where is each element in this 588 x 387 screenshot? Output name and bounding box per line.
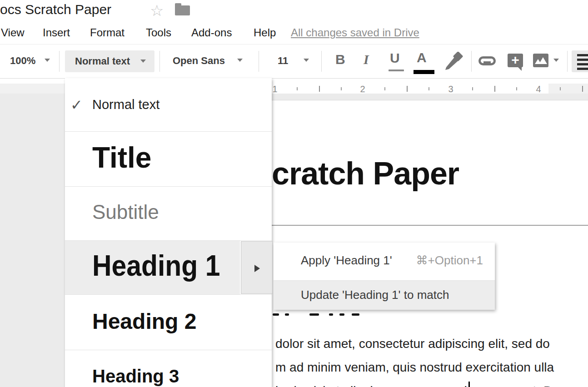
google-docs-window: ocs Scratch Paper ☆ View Insert Format T… — [0, 0, 588, 387]
heading1-submenu-arrow-button[interactable] — [241, 241, 273, 294]
paint-format-icon[interactable] — [444, 52, 464, 71]
text-color-button[interactable]: A — [417, 50, 427, 65]
menu-item-normal-text[interactable]: Normal text — [92, 97, 299, 112]
align-icon — [577, 54, 588, 56]
ruler-number: 4 — [536, 84, 541, 94]
font-size-select[interactable]: 11 — [278, 55, 288, 67]
font-chevron-down-icon[interactable] — [237, 59, 243, 62]
doc-text-line[interactable]: boris nisi ut aliquip ex ea commodo cons… — [275, 384, 553, 387]
ruler-tick — [560, 87, 561, 90]
ruler-page-area — [272, 84, 548, 94]
underline-bar — [389, 69, 404, 71]
ruler-number: 3 — [448, 84, 453, 94]
bold-button[interactable]: B — [335, 52, 345, 67]
menu-insert[interactable]: Insert — [43, 26, 70, 39]
paragraph-styles-menu: ✓ Normal text Title Subtitle Heading 1 H… — [65, 78, 272, 387]
zoom-chevron-down-icon[interactable] — [45, 59, 50, 62]
menu-divider — [65, 350, 272, 350]
menu-divider — [65, 186, 272, 187]
menu-item-title[interactable]: Title — [92, 141, 299, 174]
folder-icon[interactable] — [175, 5, 190, 15]
insert-image-icon[interactable] — [533, 54, 548, 67]
document-title[interactable]: ocs Scratch Paper — [0, 2, 111, 17]
image-chevron-down-icon[interactable] — [553, 59, 559, 62]
ruler-number: 1 — [272, 84, 277, 94]
menu-format[interactable]: Format — [90, 26, 125, 39]
ruler-tick — [516, 87, 517, 90]
saved-status-link[interactable]: All changes saved in Drive — [291, 26, 419, 39]
ruler-tick — [472, 87, 473, 90]
doc-text-line[interactable]: dolor sit amet, consectetur adipiscing e… — [275, 337, 550, 351]
menu-addons[interactable]: Add-ons — [191, 26, 232, 39]
doc-body-title[interactable]: cratch Paper — [272, 155, 459, 192]
ruler-number: 2 — [360, 84, 365, 94]
text-cursor — [468, 382, 470, 387]
toolbar-separator — [59, 51, 60, 72]
paragraph-style-value: Normal text — [75, 55, 130, 67]
submenu-arrow-icon — [254, 265, 260, 272]
apply-heading1-item[interactable]: Apply 'Heading 1' — [301, 253, 392, 268]
italic-button[interactable]: I — [364, 52, 369, 67]
zoom-select[interactable]: 100% — [10, 55, 35, 67]
ruler-tick — [429, 87, 429, 90]
horizontal-rule — [272, 225, 588, 226]
doc-text-line[interactable]: m ad minim veniam, quis nostrud exercita… — [275, 360, 554, 375]
toolbar-separator — [259, 51, 259, 72]
document-canvas — [0, 94, 65, 387]
document-canvas — [272, 94, 588, 100]
menu-tools[interactable]: Tools — [146, 26, 171, 39]
text-color-swatch — [414, 70, 434, 74]
font-size-chevron-down-icon[interactable] — [304, 59, 309, 62]
toolbar-separator — [321, 51, 322, 72]
update-heading1-label: Update 'Heading 1' to match — [301, 288, 449, 302]
heading1-submenu: Apply 'Heading 1' ⌘+Option+1 Update 'Hea… — [274, 243, 495, 310]
ruler-tick — [582, 86, 583, 92]
toolbar-separator — [567, 51, 568, 72]
ruler-tick — [297, 87, 298, 90]
paragraph-style-select[interactable]: Normal text — [65, 50, 154, 72]
menu-view[interactable]: View — [1, 26, 25, 39]
toolbar-separator — [159, 51, 160, 72]
menu-item-heading3[interactable]: Heading 3 — [92, 366, 299, 387]
style-chevron-down-icon — [140, 60, 146, 63]
ruler-tick — [319, 86, 320, 92]
font-select[interactable]: Open Sans — [173, 55, 225, 67]
occluded-heading-fragment — [309, 313, 319, 316]
menu-divider — [65, 131, 272, 132]
menu-help[interactable]: Help — [254, 26, 276, 39]
occluded-heading-fragment — [329, 313, 333, 316]
underline-button[interactable]: U — [390, 50, 400, 66]
toolbar-separator — [471, 51, 472, 72]
update-heading1-item[interactable]: Update 'Heading 1' to match — [274, 281, 495, 310]
apply-heading1-shortcut: ⌘+Option+1 — [416, 253, 483, 268]
menu-item-heading2[interactable]: Heading 2 — [92, 309, 299, 334]
toolbar: 100% Normal text Open Sans 11 B I U A — [0, 44, 588, 79]
ruler-tick — [407, 86, 408, 92]
insert-comment-icon[interactable] — [508, 54, 523, 67]
ruler-tick — [384, 87, 385, 90]
menu-divider — [65, 294, 272, 295]
menu-item-subtitle[interactable]: Subtitle — [92, 201, 299, 223]
insert-link-icon[interactable] — [478, 56, 496, 65]
star-icon[interactable]: ☆ — [150, 3, 164, 18]
ruler-tick — [341, 87, 342, 90]
occluded-heading-fragment — [339, 313, 344, 316]
occluded-heading-fragment — [352, 313, 359, 316]
align-button[interactable] — [572, 50, 588, 72]
ruler-tick — [494, 86, 495, 92]
